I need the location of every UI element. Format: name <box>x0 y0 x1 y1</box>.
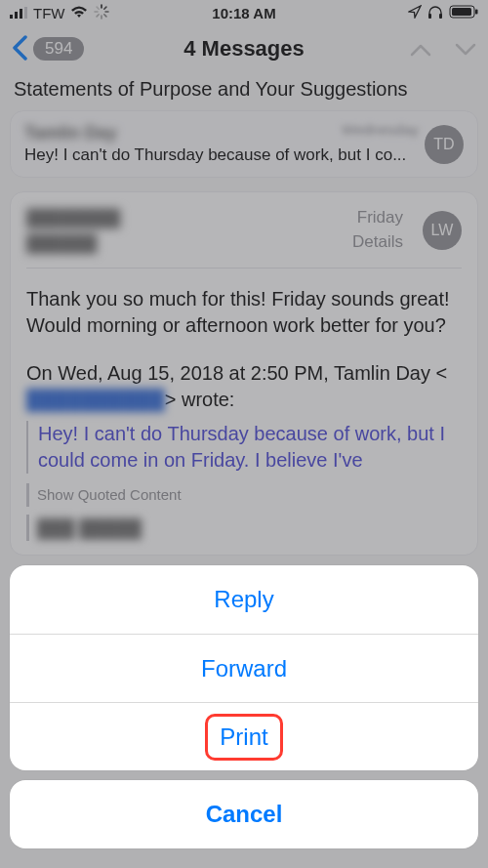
action-sheet: Reply Forward Print Cancel <box>10 565 478 858</box>
reply-button[interactable]: Reply <box>10 565 478 634</box>
forward-button[interactable]: Forward <box>10 634 478 702</box>
print-button[interactable]: Print <box>10 702 478 770</box>
cancel-button[interactable]: Cancel <box>10 780 478 848</box>
